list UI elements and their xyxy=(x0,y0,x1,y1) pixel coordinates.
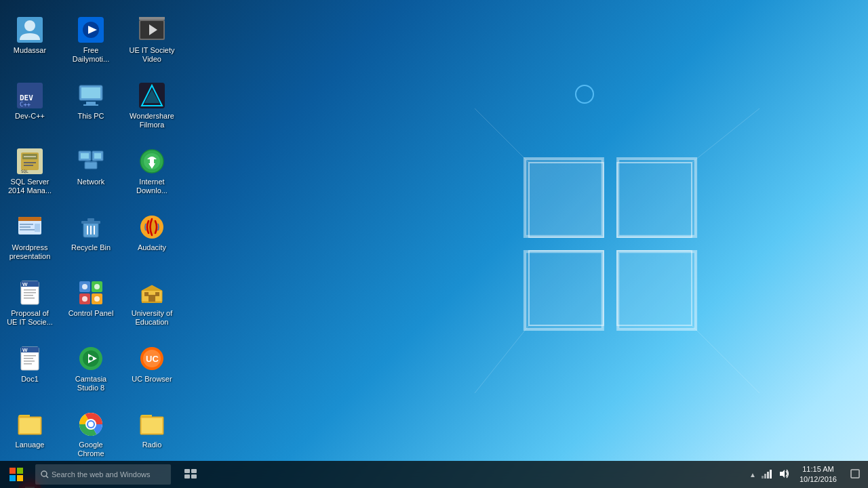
svg-rect-85 xyxy=(24,355,36,357)
svg-rect-117 xyxy=(191,474,197,479)
svg-rect-118 xyxy=(762,476,764,479)
search-icon xyxy=(41,470,49,479)
svg-rect-66 xyxy=(24,292,36,293)
cursor-indicator xyxy=(575,85,594,104)
taskbar-clock[interactable]: 11:15 AM 10/12/2016 xyxy=(794,464,842,485)
svg-rect-35 xyxy=(24,165,33,166)
svg-rect-38 xyxy=(81,153,89,159)
svg-marker-11 xyxy=(618,251,696,329)
svg-line-113 xyxy=(46,476,48,478)
recycle-bin-label: Recycle Bin xyxy=(71,243,111,252)
notification-icon xyxy=(850,469,860,479)
ucbrowser-label: UC Browser xyxy=(132,375,172,384)
doc1-icon: W xyxy=(16,345,43,372)
svg-point-76 xyxy=(94,296,100,302)
desktop-icon-sql[interactable]: SQL SQL Server 2014 Mana... xyxy=(3,144,57,208)
svg-rect-88 xyxy=(24,363,32,365)
radio-icon xyxy=(138,411,165,438)
desktop-icon-idm[interactable]: Internet Downlo... xyxy=(125,144,179,208)
svg-rect-87 xyxy=(24,361,35,362)
svg-rect-65 xyxy=(24,289,36,291)
svg-rect-83 xyxy=(26,347,39,352)
desktop-icon-control-panel[interactable]: Control Panel xyxy=(64,275,118,340)
ue-video-icon xyxy=(138,16,165,43)
svg-rect-119 xyxy=(764,474,766,479)
desktop-icon-doc1[interactable]: W Doc1 xyxy=(3,341,57,405)
wordpress-icon xyxy=(16,214,43,241)
svg-rect-49 xyxy=(18,220,41,221)
volume-icon xyxy=(778,469,789,479)
ucbrowser-icon: UC xyxy=(138,345,165,372)
svg-rect-123 xyxy=(851,470,859,478)
desktop-icon-ucbrowser[interactable]: UC UC Browser xyxy=(125,341,179,405)
network-label: Network xyxy=(77,178,104,186)
desktop-icon-dailymotion[interactable]: Free Dailymoti... xyxy=(64,12,118,77)
svg-marker-9 xyxy=(618,159,696,237)
desktop-icon-this-pc[interactable]: This PC xyxy=(64,78,118,142)
university-icon xyxy=(138,279,165,306)
svg-rect-18 xyxy=(139,17,165,20)
clock-date: 10/12/2016 xyxy=(800,474,837,485)
desktop-icon-audacity[interactable]: Audacity xyxy=(125,209,179,274)
svg-line-6 xyxy=(475,325,529,393)
svg-rect-120 xyxy=(767,472,769,479)
mudassar-icon xyxy=(16,16,43,43)
dailymotion-icon xyxy=(77,16,104,43)
svg-rect-108 xyxy=(9,468,16,474)
lanuage-icon xyxy=(16,411,43,438)
svg-line-5 xyxy=(692,108,760,163)
svg-text:C++: C++ xyxy=(20,101,31,108)
clock-time: 11:15 AM xyxy=(800,464,837,474)
desktop-icon-wordpress[interactable]: Wordpress presentation xyxy=(3,209,57,274)
desktop-icon-ue-video[interactable]: UE IT Society Video xyxy=(125,12,179,77)
university-label: University of Education xyxy=(127,309,176,327)
audacity-icon xyxy=(138,214,165,241)
svg-rect-86 xyxy=(24,358,33,359)
task-view-icon xyxy=(184,469,197,479)
show-hidden-icons[interactable]: ▲ xyxy=(749,471,756,479)
mudassar-label: Mudassar xyxy=(14,46,46,55)
desktop-icon-network[interactable]: Network xyxy=(64,144,118,208)
control-panel-icon xyxy=(77,279,104,306)
network-tray-icon[interactable] xyxy=(762,469,772,481)
desktop-icons-container: Mudassar Free Dailymoti... UE IT Society… xyxy=(0,7,190,474)
svg-rect-68 xyxy=(24,298,35,299)
start-button[interactable] xyxy=(0,461,33,488)
desktop-icon-filmora[interactable]: Wondershare Filmora xyxy=(125,78,179,142)
volume-tray-icon[interactable] xyxy=(778,469,789,481)
filmora-label: Wondershare Filmora xyxy=(127,112,176,129)
svg-rect-25 xyxy=(83,104,98,106)
svg-rect-53 xyxy=(35,224,40,232)
desktop-icon-university[interactable]: University of Education xyxy=(125,275,179,340)
dailymotion-label: Free Dailymoti... xyxy=(66,46,115,64)
svg-rect-79 xyxy=(144,292,149,296)
proposal-label: Proposal of UE IT Socie... xyxy=(5,309,54,327)
taskbar-search-bar[interactable]: Search the web and Windows xyxy=(35,464,171,485)
network-icon xyxy=(77,148,104,175)
svg-rect-24 xyxy=(86,102,96,104)
svg-rect-111 xyxy=(17,475,23,481)
svg-marker-10 xyxy=(525,251,603,329)
proposal-icon: W xyxy=(16,279,43,306)
desktop-icon-proposal-ue[interactable]: W Proposal of UE IT Socie... xyxy=(3,275,57,340)
taskbar-running-items xyxy=(176,461,749,488)
notification-center-button[interactable] xyxy=(848,469,863,481)
svg-rect-110 xyxy=(9,475,16,481)
search-placeholder: Search the web and Windows xyxy=(52,470,151,479)
svg-rect-77 xyxy=(149,295,155,302)
devcpp-icon: DEV C++ xyxy=(16,82,43,109)
idm-label: Internet Downlo... xyxy=(127,178,176,195)
task-view-button[interactable] xyxy=(176,461,205,488)
sql-label: SQL Server 2014 Mana... xyxy=(5,178,54,195)
desktop-icon-camtasia[interactable]: Camtasia Studio 8 xyxy=(64,341,118,405)
svg-rect-50 xyxy=(20,224,33,225)
desktop-icon-recycle-bin[interactable]: Recycle Bin xyxy=(64,209,118,274)
desktop-icon-devcpp[interactable]: DEV C++ Dev-C++ xyxy=(3,78,57,142)
svg-rect-41 xyxy=(85,162,97,169)
ue-video-label: UE IT Society Video xyxy=(127,46,176,64)
svg-point-13 xyxy=(24,20,35,31)
desktop-icon-mudassar[interactable]: Mudassar xyxy=(3,12,57,77)
svg-rect-121 xyxy=(770,470,772,479)
doc1-label: Doc1 xyxy=(21,375,39,384)
control-panel-label: Control Panel xyxy=(68,309,114,318)
